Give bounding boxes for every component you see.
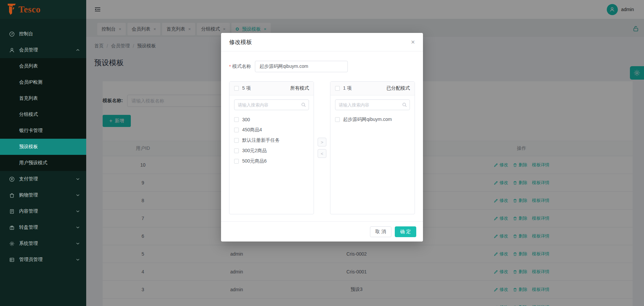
sidebar-item-8[interactable]: 用户预设模式 bbox=[0, 155, 86, 171]
transfer-item[interactable]: 起步源码网qibuym.com bbox=[330, 114, 415, 125]
chevron-down-icon bbox=[76, 178, 79, 180]
shopping-icon bbox=[9, 192, 15, 198]
transfer-item[interactable]: 300元2商品 bbox=[229, 145, 314, 156]
transfer-item-label: 500元商品6 bbox=[242, 158, 267, 164]
item-checkbox[interactable] bbox=[234, 148, 239, 153]
chevron-up-icon bbox=[76, 49, 79, 51]
sidebar-item-label: 内容管理 bbox=[19, 208, 38, 214]
transfer-source-panel: 5 项 所有模式 300450商品4默认注册新手任务300元2商品500元商品6 bbox=[229, 81, 314, 214]
template-name-input[interactable] bbox=[255, 61, 348, 72]
sidebar-item-label: 分组模式 bbox=[19, 112, 38, 118]
select-all-source-checkbox[interactable] bbox=[234, 86, 239, 91]
sidebar-item-label: 购物管理 bbox=[19, 192, 38, 198]
sidebar-nav: 控制台会员管理会员列表会员IP检测首充列表分组模式银行卡管理预设模板用户预设模式… bbox=[0, 19, 86, 268]
sidebar-item-14[interactable]: 管理员管理 bbox=[0, 252, 86, 268]
transfer-item-label: 默认注册新手任务 bbox=[242, 137, 280, 143]
sidebar-item-10[interactable]: 购物管理 bbox=[0, 187, 86, 203]
target-search-input[interactable] bbox=[335, 99, 410, 110]
sidebar-item-3[interactable]: 会员IP检测 bbox=[0, 74, 86, 90]
transfer-widget: 5 项 所有模式 300450商品4默认注册新手任务300元2商品500元商品6 bbox=[229, 81, 415, 214]
transfer-target-panel: 1 项 已分配模式 起步源码网qibuym.com bbox=[330, 81, 415, 214]
sidebar-item-7[interactable]: 预设模板 bbox=[0, 139, 86, 155]
system-icon bbox=[9, 241, 15, 247]
transfer-item[interactable]: 450商品4 bbox=[229, 125, 314, 135]
source-search bbox=[234, 99, 309, 110]
sidebar-item-label: 首充列表 bbox=[19, 95, 38, 101]
sidebar-item-label: 会员IP检测 bbox=[19, 79, 42, 85]
modal-header: 修改模板 × bbox=[221, 33, 423, 51]
sidebar-item-label: 支付管理 bbox=[19, 176, 38, 182]
payment-icon bbox=[9, 176, 15, 182]
close-icon[interactable]: × bbox=[411, 39, 415, 45]
sidebar-item-12[interactable]: 转盘管理 bbox=[0, 219, 86, 235]
sidebar-item-4[interactable]: 首充列表 bbox=[0, 90, 86, 106]
chevron-down-icon bbox=[76, 210, 79, 212]
chevron-down-icon bbox=[76, 243, 79, 245]
transfer-item[interactable]: 500元商品6 bbox=[229, 156, 314, 166]
source-count: 5 项 bbox=[242, 85, 251, 91]
sidebar-item-label: 用户预设模式 bbox=[19, 160, 47, 166]
source-list: 300450商品4默认注册新手任务300元2商品500元商品6 bbox=[229, 114, 314, 214]
sidebar: Tesco 控制台会员管理会员列表会员IP检测首充列表分组模式银行卡管理预设模板… bbox=[0, 0, 86, 306]
transfer-item-label: 300元2商品 bbox=[242, 148, 267, 154]
logo[interactable]: Tesco bbox=[0, 0, 86, 19]
logo-mark-icon bbox=[7, 3, 16, 15]
move-left-button[interactable]: < bbox=[318, 149, 326, 158]
sidebar-item-label: 系统管理 bbox=[19, 241, 38, 247]
search-icon bbox=[402, 102, 407, 108]
transfer-item[interactable]: 300 bbox=[229, 114, 314, 125]
transfer-item-label: 450商品4 bbox=[242, 127, 262, 133]
source-panel-header: 5 项 所有模式 bbox=[229, 82, 314, 95]
modal-footer: 取 消 确 定 bbox=[221, 221, 423, 242]
edit-template-modal: 修改模板 × * 模式名称 5 项 所有模式 bbox=[221, 33, 423, 242]
target-count: 1 项 bbox=[343, 85, 352, 91]
chevron-down-icon bbox=[76, 226, 79, 228]
template-name-label: 模式名称 bbox=[232, 63, 251, 70]
item-checkbox[interactable] bbox=[234, 159, 239, 164]
chevron-down-icon bbox=[76, 259, 79, 261]
confirm-button[interactable]: 确 定 bbox=[395, 226, 416, 237]
sidebar-item-6[interactable]: 银行卡管理 bbox=[0, 123, 86, 139]
sidebar-item-label: 预设模板 bbox=[19, 144, 38, 150]
move-right-button[interactable]: > bbox=[318, 138, 326, 146]
transfer-item-label: 起步源码网qibuym.com bbox=[343, 117, 392, 123]
members-icon bbox=[9, 47, 15, 53]
sidebar-item-label: 管理员管理 bbox=[19, 257, 43, 263]
item-checkbox[interactable] bbox=[335, 117, 340, 122]
sidebar-item-13[interactable]: 系统管理 bbox=[0, 235, 86, 252]
sidebar-item-0[interactable]: 控制台 bbox=[0, 26, 86, 42]
modal-body: * 模式名称 5 项 所有模式 bbox=[221, 61, 423, 214]
sidebar-item-2[interactable]: 会员列表 bbox=[0, 58, 86, 74]
source-search-input[interactable] bbox=[234, 99, 309, 110]
target-title: 已分配模式 bbox=[386, 85, 410, 91]
select-all-target-checkbox[interactable] bbox=[335, 86, 340, 91]
dashboard-icon bbox=[9, 31, 15, 37]
chevron-down-icon bbox=[76, 194, 79, 196]
cancel-button[interactable]: 取 消 bbox=[370, 226, 391, 237]
item-checkbox[interactable] bbox=[234, 128, 239, 132]
sidebar-item-9[interactable]: 支付管理 bbox=[0, 171, 86, 187]
content-icon bbox=[9, 209, 15, 214]
sidebar-item-label: 银行卡管理 bbox=[19, 128, 43, 134]
wheel-icon bbox=[9, 225, 15, 230]
admin-icon bbox=[9, 257, 15, 263]
source-title: 所有模式 bbox=[290, 85, 309, 91]
sidebar-item-1[interactable]: 会员管理 bbox=[0, 42, 86, 58]
item-checkbox[interactable] bbox=[234, 138, 239, 143]
sidebar-item-label: 控制台 bbox=[19, 31, 33, 37]
modal-title: 修改模板 bbox=[229, 38, 252, 46]
sidebar-item-label: 会员列表 bbox=[19, 63, 38, 69]
transfer-controls: > < bbox=[314, 81, 330, 214]
search-icon bbox=[301, 102, 306, 108]
logo-title: Tesco bbox=[18, 4, 41, 15]
app-root: Tesco 控制台会员管理会员列表会员IP检测首充列表分组模式银行卡管理预设模板… bbox=[0, 0, 644, 306]
template-name-field: * 模式名称 bbox=[229, 61, 415, 72]
sidebar-item-11[interactable]: 内容管理 bbox=[0, 203, 86, 219]
transfer-item[interactable]: 默认注册新手任务 bbox=[229, 135, 314, 145]
sidebar-item-5[interactable]: 分组模式 bbox=[0, 106, 86, 123]
required-mark: * bbox=[229, 64, 231, 69]
item-checkbox[interactable] bbox=[234, 117, 239, 122]
target-search bbox=[335, 99, 410, 110]
target-panel-header: 1 项 已分配模式 bbox=[330, 82, 415, 95]
sidebar-item-label: 转盘管理 bbox=[19, 224, 38, 230]
